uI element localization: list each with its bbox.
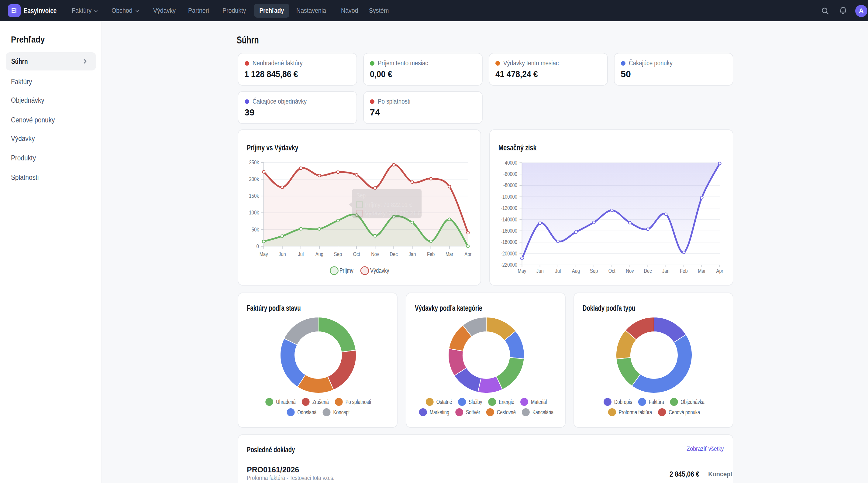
svg-text:Nov: Nov	[626, 268, 634, 274]
svg-text:Objednávka: Objednávka	[681, 398, 705, 405]
svg-text:-160000: -160000	[501, 228, 517, 234]
svg-text:Mar: Mar	[445, 251, 453, 257]
svg-text:Uhradená: Uhradená	[276, 398, 296, 405]
svg-text:May: May	[518, 268, 526, 274]
svg-text:Proforma faktúra · Testovací I: Proforma faktúra · Testovací Iota v.o.s.	[247, 474, 335, 481]
svg-text:Po splatnosti: Po splatnosti	[346, 398, 371, 405]
svg-text:Príjmy: Príjmy	[339, 267, 353, 274]
svg-text:Jul: Jul	[555, 268, 561, 274]
svg-text:-40000: -40000	[503, 160, 517, 166]
svg-text:Energie: Energie	[499, 398, 514, 405]
svg-text:2 845,06 €: 2 845,06 €	[670, 470, 699, 478]
svg-text:100k: 100k	[249, 210, 259, 216]
svg-text:-200000: -200000	[501, 251, 517, 257]
svg-text:-220000: -220000	[501, 262, 517, 268]
svg-text:Jan: Jan	[662, 268, 670, 274]
svg-text:Mar: Mar	[698, 268, 705, 274]
svg-text:-80000: -80000	[503, 182, 517, 188]
svg-text:-60000: -60000	[503, 171, 517, 177]
svg-text:Apr: Apr	[716, 268, 723, 274]
svg-text:-120000: -120000	[501, 205, 517, 211]
svg-text:50k: 50k	[252, 227, 259, 233]
svg-text:Sep: Sep	[590, 268, 598, 274]
svg-text:Kancelária: Kancelária	[532, 409, 554, 416]
svg-text:Aug: Aug	[572, 268, 580, 274]
svg-text:Zrušená: Zrušená	[312, 398, 329, 405]
svg-text:Feb: Feb	[427, 251, 435, 257]
svg-text:Marketing: Marketing	[429, 409, 449, 416]
svg-text:Služby: Služby	[469, 398, 482, 405]
svg-text:Jun: Jun	[279, 251, 286, 257]
svg-text:Dobropis: Dobropis	[614, 398, 632, 405]
svg-text:Feb: Feb	[680, 268, 687, 274]
svg-text:Jul: Jul	[298, 251, 304, 257]
svg-text:Výdavky podľa kategórie: Výdavky podľa kategórie	[415, 303, 482, 313]
svg-text:0: 0	[256, 243, 259, 249]
svg-text:Mesačný zisk: Mesačný zisk	[498, 143, 537, 152]
svg-text:Doklady podľa typu: Doklady podľa typu	[583, 303, 635, 313]
svg-text:Proforma faktúra: Proforma faktúra	[619, 409, 652, 416]
svg-text:200k: 200k	[249, 176, 259, 182]
svg-text:Faktúra: Faktúra	[649, 398, 664, 405]
svg-text:Jun: Jun	[536, 268, 544, 274]
svg-text:-100000: -100000	[501, 194, 517, 200]
svg-text:Príjmy: 79 822,01 €: Príjmy: 79 822,01 €	[365, 201, 412, 208]
svg-text:Zobraziť všetky: Zobraziť všetky	[687, 445, 724, 452]
svg-text:Ostatné: Ostatné	[436, 398, 452, 405]
svg-text:PRO0161/2026: PRO0161/2026	[247, 465, 299, 474]
svg-text:Koncept: Koncept	[333, 409, 350, 416]
svg-text:Sep: Sep	[356, 192, 366, 199]
svg-text:May: May	[259, 251, 268, 257]
svg-text:Softvér: Softvér	[466, 409, 480, 416]
svg-text:Posledné doklady: Posledné doklady	[247, 445, 295, 454]
svg-text:Koncept: Koncept	[708, 470, 733, 478]
svg-text:Faktúry podľa stavu: Faktúry podľa stavu	[247, 303, 301, 313]
svg-text:Jan: Jan	[409, 251, 416, 257]
svg-text:Cestovné: Cestovné	[497, 409, 516, 416]
svg-text:Výdavky: 221 230,21 €: Výdavky: 221 230,21 €	[365, 210, 421, 217]
svg-text:150k: 150k	[249, 193, 259, 199]
svg-text:Oct: Oct	[609, 268, 615, 274]
svg-text:Dec: Dec	[644, 268, 652, 274]
svg-text:Sep: Sep	[334, 251, 342, 257]
svg-text:Cenová ponuka: Cenová ponuka	[669, 409, 700, 416]
svg-text:Nov: Nov	[371, 251, 379, 257]
svg-text:250k: 250k	[249, 159, 259, 166]
svg-text:-180000: -180000	[501, 239, 517, 245]
svg-text:Dec: Dec	[390, 251, 398, 257]
svg-text:Odoslaná: Odoslaná	[298, 409, 317, 416]
svg-text:Materiál: Materiál	[531, 398, 547, 405]
svg-text:Príjmy vs Výdavky: Príjmy vs Výdavky	[247, 143, 299, 152]
svg-text:Výdavky: Výdavky	[370, 267, 389, 274]
svg-text:Aug: Aug	[315, 251, 323, 257]
svg-text:-140000: -140000	[501, 217, 517, 223]
svg-text:Apr: Apr	[464, 251, 471, 257]
svg-text:Oct: Oct	[353, 251, 360, 257]
